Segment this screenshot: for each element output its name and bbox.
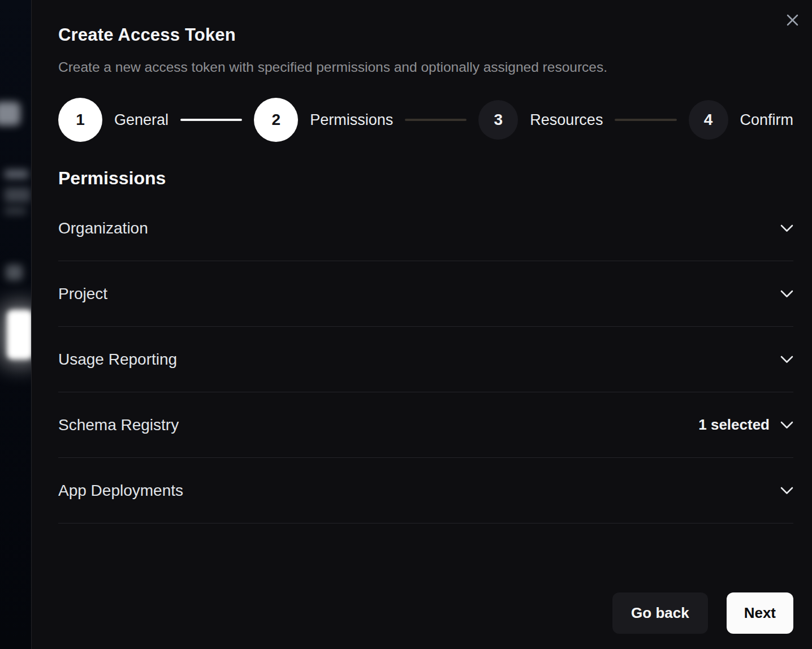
chevron-down-icon [780, 290, 793, 298]
step-label: Permissions [310, 111, 393, 129]
create-access-token-dialog: Create Access Token Create a new access … [31, 0, 812, 649]
chevron-down-icon [780, 356, 793, 364]
blurred-icon-blob [6, 265, 23, 280]
dialog-footer: Go back Next [612, 592, 793, 634]
step-label: Resources [530, 111, 603, 129]
step-number-circle: 3 [478, 100, 518, 140]
permission-section-label: App Deployments [58, 482, 183, 500]
stepper-step-permissions[interactable]: 2 Permissions [254, 98, 393, 142]
stepper-step-confirm[interactable]: 4 Confirm [689, 100, 794, 140]
permission-section-controls [780, 356, 793, 364]
step-label: Confirm [740, 111, 794, 129]
permission-section-usage-reporting[interactable]: Usage Reporting [58, 327, 793, 392]
blurred-text-blob [5, 170, 28, 179]
permission-section-project[interactable]: Project [58, 261, 793, 327]
dialog-title: Create Access Token [58, 0, 793, 45]
permission-section-label: Usage Reporting [58, 351, 177, 369]
chevron-down-icon [780, 224, 793, 232]
next-button[interactable]: Next [727, 592, 793, 634]
step-section-heading: Permissions [58, 168, 793, 189]
chevron-down-icon [780, 487, 793, 495]
step-label: General [114, 111, 169, 129]
permission-section-controls [780, 487, 793, 495]
blurred-logo-blob [0, 102, 20, 126]
step-number-circle: 1 [58, 98, 102, 142]
chevron-down-icon [780, 421, 793, 429]
permissions-accordion-list: Organization Project Usage Reporting [58, 196, 793, 523]
go-back-button[interactable]: Go back [612, 592, 708, 634]
permission-section-organization[interactable]: Organization [58, 196, 793, 261]
permission-section-label: Organization [58, 219, 148, 237]
step-connector [405, 119, 467, 121]
step-number-circle: 2 [254, 98, 298, 142]
close-icon[interactable] [783, 10, 802, 29]
step-number-circle: 4 [689, 100, 728, 140]
blurred-text-blob [5, 188, 31, 202]
permission-section-controls: 1 selected [698, 416, 793, 434]
dialog-subtitle: Create a new access token with specified… [58, 59, 793, 75]
permission-section-schema-registry[interactable]: Schema Registry 1 selected [58, 392, 793, 458]
permission-section-app-deployments[interactable]: App Deployments [58, 458, 793, 523]
blurred-highlight-card [7, 310, 31, 360]
permission-section-label: Project [58, 285, 107, 303]
blurred-text-blob [5, 207, 26, 215]
step-connector [180, 119, 242, 121]
stepper-step-general[interactable]: 1 General [58, 98, 169, 142]
background-page-blurred [0, 0, 31, 649]
stepper-step-resources[interactable]: 3 Resources [478, 100, 603, 140]
permission-section-label: Schema Registry [58, 416, 179, 434]
step-connector [615, 119, 676, 121]
wizard-stepper: 1 General 2 Permissions 3 Resources 4 Co… [58, 98, 793, 142]
permission-section-controls [780, 290, 793, 298]
selected-count-badge: 1 selected [698, 416, 770, 434]
permission-section-controls [780, 224, 793, 232]
screen: Create Access Token Create a new access … [0, 0, 812, 649]
